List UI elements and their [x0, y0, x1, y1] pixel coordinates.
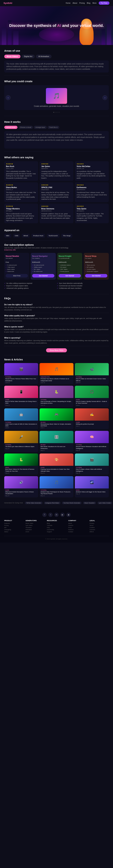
footer-link[interactable]: DMCA [90, 531, 109, 532]
nav-more[interactable]: More [92, 2, 96, 4]
faq-question[interactable]: What is upcoming? [4, 337, 109, 339]
footer-link[interactable]: Privacy [90, 523, 109, 524]
news-card-12[interactable]: 🧠 Tutorial Neural Futures Releases Visua… [75, 431, 109, 452]
carousel-prev[interactable]: ‹ [6, 95, 10, 100]
footer-link[interactable]: Contact [68, 531, 87, 532]
social-instagram[interactable]: ◉ [66, 513, 71, 517]
faq-more-button[interactable]: Show More FAQs [46, 348, 67, 352]
footer-link[interactable]: Careers [68, 525, 87, 526]
footer-link[interactable]: Visualizer [26, 527, 45, 528]
nav-about[interactable]: About [72, 2, 77, 4]
tab-ai-animation[interactable]: AI Animation [36, 55, 51, 58]
nav-home[interactable]: Home [66, 2, 70, 4]
viral-tag-2[interactable]: Instagram Reel Maker [44, 502, 61, 504]
news-card-13[interactable]: 🐍 News Best Razer Videos On The Internet… [4, 454, 38, 475]
news-card-2[interactable]: 🎵 Creator Tips Promote Your Music & Buil… [40, 363, 73, 384]
footer-link[interactable]: Partners [68, 529, 87, 530]
faq-item-1: Do I own the rights to my videos? Yes, a… [4, 302, 109, 313]
footer-link[interactable]: Cookies [90, 527, 109, 528]
news-tag: News [5, 467, 37, 468]
news-tag: Tutorial [76, 467, 108, 468]
news-tag: Tutorial [5, 422, 37, 423]
footer-link[interactable]: AI Art [26, 531, 45, 532]
social-twitter[interactable]: t [48, 513, 53, 517]
news-card-5[interactable]: 🐍 Tutorial How to Animate a Picture: Sto… [40, 386, 73, 407]
testimonial-handle: @diana_m [6, 189, 37, 190]
testimonial-text: Fantastic platform. Easy to use, great r… [41, 213, 72, 219]
cta-button[interactable]: Try Free [99, 1, 110, 5]
viral-tag-1[interactable]: TikTok Video Generator [25, 502, 43, 504]
social-linkedin[interactable]: in [54, 513, 59, 517]
pricing-btn-navigator[interactable]: Get Started [32, 274, 54, 278]
tab-digital-art[interactable]: Digital Art [22, 55, 35, 58]
nav-blog[interactable]: Blog [87, 2, 90, 4]
pricing-btn-knight[interactable]: Get Started [59, 274, 81, 278]
carousel-next[interactable]: › [103, 95, 107, 100]
news-card-16[interactable]: 🔊 Guide What are 8 Audio Descriptors Fut… [4, 476, 38, 497]
news-card-18[interactable]: 🌌 News Ambient Videos will trigger for t… [75, 476, 109, 497]
news-card-3[interactable]: 📹 Tutorial How To Make an Animated Green… [75, 363, 109, 384]
news-info: Guide How to Create a Spotify Canvas wit… [75, 398, 109, 407]
faq-question[interactable]: What is specter mode? [4, 326, 109, 328]
footer-link[interactable]: Features [4, 523, 23, 524]
footer-link[interactable]: Lyric Video [26, 525, 45, 526]
how-tab-1[interactable]: Upload music [4, 126, 18, 129]
news-date: May 20 [41, 472, 72, 474]
footer-link[interactable]: Changelog [4, 529, 23, 530]
news-card-9[interactable]: ✍️ Guide Writing the perfect AI prompt J… [75, 408, 109, 430]
viral-tag-3[interactable]: YouTube Shorts Generator [62, 502, 82, 504]
news-tag: Review [41, 422, 72, 423]
news-card-4[interactable]: 📱 Guide Best AI TikTok Video Generators … [4, 386, 38, 407]
how-tab-3[interactable]: Arrange input [34, 126, 47, 129]
footer-link[interactable]: Status [4, 531, 23, 532]
news-card-15[interactable]: 🎬 Tutorial How To Make a Music Video wit… [75, 454, 109, 475]
viral-tag-4[interactable]: Music Visualizer [83, 502, 96, 504]
footer-link[interactable]: Blog [47, 523, 66, 524]
footer-link[interactable]: Press [68, 527, 87, 528]
nav-pricing[interactable]: Pricing [79, 2, 85, 4]
news-card-1[interactable]: 🎬 Tutorial Neural Futures: Remove Flicke… [4, 363, 38, 384]
footer-link[interactable]: FAQ [47, 527, 66, 528]
footer-link[interactable]: Community [47, 529, 66, 530]
brand-logo[interactable]: SynthAI [3, 2, 12, 4]
how-tab-4[interactable]: Track the AI [47, 126, 60, 129]
footer-link[interactable]: Licenses [90, 529, 109, 530]
news-date: June 3 [41, 427, 72, 428]
news-card-17[interactable]: 🎵 Tutorial Ambient Video Techniques for … [40, 476, 73, 497]
viral-tag-5[interactable]: Lyric Video Creator [97, 502, 112, 504]
footer-link[interactable]: Pricing [4, 525, 23, 526]
footer-link[interactable]: Terms [90, 525, 109, 526]
social-youtube[interactable]: ▶ [60, 513, 65, 517]
tab-music-videos[interactable]: Music Videos [4, 55, 21, 58]
check-icon: ✓ [4, 285, 6, 287]
news-tag: Guide [5, 399, 37, 400]
pricing-btn-free[interactable]: Start Free [6, 274, 28, 278]
news-card-8[interactable]: 🎮 Review Revolutionary Music Video for S… [40, 408, 73, 430]
pricing-btn-ninja[interactable]: Get Started [85, 274, 107, 278]
testimonial-handle: @ben_koch [6, 168, 37, 169]
footer-link[interactable]: Tutorials [47, 525, 66, 526]
news-card-6[interactable]: 🎧 Guide How to Create a Spotify Canvas w… [75, 386, 109, 407]
news-tag: Review [41, 444, 72, 445]
stars: ★★★★★ [41, 184, 72, 186]
news-card-10[interactable]: 🎤 Tutorial The Best Lyric Video Effects … [4, 431, 38, 452]
news-card-7[interactable]: 🤖 Tutorial Learn How to make AI With AI … [4, 408, 38, 430]
footer-link[interactable]: About [68, 523, 87, 524]
footer-link[interactable]: API [4, 527, 23, 528]
faq-question[interactable]: What video quality does it generate? [4, 315, 109, 317]
footer-link[interactable]: Music Video [26, 523, 45, 524]
news-card-11[interactable]: 🎛️ Review Best Music Visualizers for DJs… [40, 431, 73, 452]
news-thumb: 🎵 [40, 363, 73, 375]
areas-title: Areas of use [4, 49, 109, 52]
faq-question[interactable]: Do I own the rights to my videos? [4, 304, 109, 306]
pricing-card-ninja: Neural Ninja For teams $99/month Team ac… [84, 253, 109, 280]
plan-price-free: Free [6, 260, 28, 263]
feature-item: Team access [85, 264, 107, 266]
news-card-14[interactable]: 🎨 Guide Framing Canva Animation to Creat… [40, 454, 73, 475]
social-facebook[interactable]: f [42, 513, 47, 517]
news-date: June 18 [41, 382, 72, 383]
news-thumb: 🎧 [75, 386, 109, 398]
footer-link[interactable]: Support [47, 531, 66, 532]
footer-link[interactable]: Animation [26, 529, 45, 530]
how-tab-2[interactable]: Choose a visual [18, 126, 33, 129]
